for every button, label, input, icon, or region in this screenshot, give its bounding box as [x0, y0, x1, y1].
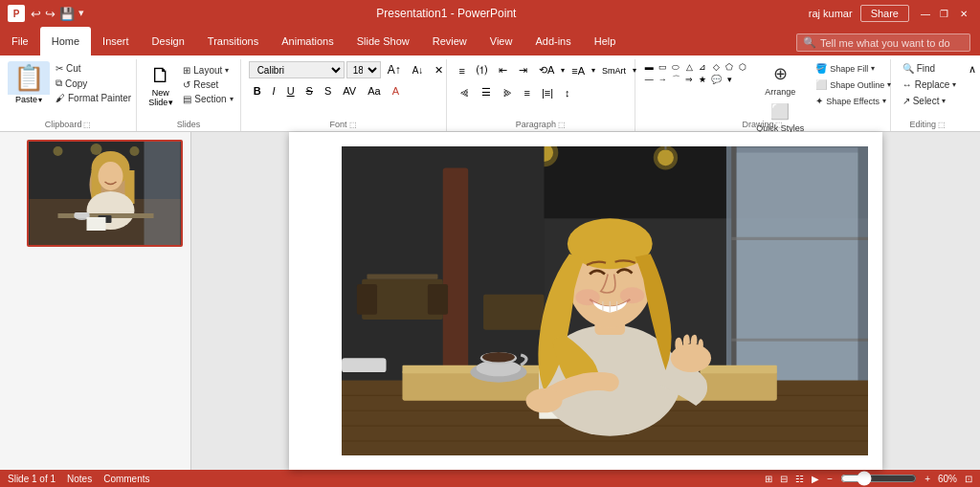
shape-tri[interactable]: △	[683, 61, 695, 73]
select-button[interactable]: ↗ Select ▾	[899, 94, 950, 108]
drawing-expand-icon[interactable]: ⬚	[775, 121, 783, 129]
shape-hex[interactable]: ⬡	[737, 61, 748, 73]
paragraph-expand-icon[interactable]: ⬚	[558, 121, 566, 129]
view-presenter-icon[interactable]: ▶	[812, 474, 819, 484]
align-right-button[interactable]: ⫸	[498, 85, 518, 100]
comments-button[interactable]: Comments	[103, 474, 149, 484]
slide-thumbnail[interactable]	[27, 140, 183, 247]
tab-transitions[interactable]: Transitions	[196, 27, 270, 55]
new-slide-button[interactable]: 🗋 New Slide ▾	[145, 61, 177, 109]
paste-button[interactable]: 📋 Paste ▾	[8, 61, 50, 104]
maximize-button[interactable]: ❐	[936, 5, 953, 22]
editing-expand-icon[interactable]: ⬚	[938, 121, 946, 129]
customize-icon[interactable]: ▾	[78, 7, 84, 21]
tab-review[interactable]: Review	[421, 27, 479, 55]
shape-pent[interactable]: ⬠	[724, 61, 735, 73]
new-slide-dropdown-icon[interactable]: ▾	[168, 98, 173, 107]
text-direction-button[interactable]: ⟲A	[534, 62, 559, 78]
arrange-button[interactable]: ⊕ Arrange	[761, 61, 799, 99]
notes-button[interactable]: Notes	[67, 474, 92, 484]
shape-connector[interactable]: ⌒	[670, 74, 681, 85]
align-text-button[interactable]: ≡A	[567, 63, 590, 78]
font-name-select[interactable]: Calibri	[249, 61, 345, 78]
minimize-button[interactable]: —	[917, 5, 934, 22]
font-color-button[interactable]: A	[388, 83, 404, 99]
quick-styles-button[interactable]: ⬜ Quick Styles	[752, 100, 808, 135]
ribbon-search-box[interactable]: 🔍	[796, 33, 970, 52]
justify-button[interactable]: ≡	[520, 85, 535, 100]
shape-oval[interactable]: ⬭	[670, 61, 681, 73]
view-normal-icon[interactable]: ⊞	[765, 474, 772, 484]
bullets-button[interactable]: ≡	[455, 63, 470, 78]
font-expand-icon[interactable]: ⬚	[349, 121, 357, 129]
clipboard-expand-icon[interactable]: ⬚	[83, 121, 91, 129]
collapse-ribbon-button[interactable]: ∧	[965, 59, 980, 79]
tab-design[interactable]: Design	[141, 27, 196, 55]
increase-indent-button[interactable]: ⇥	[514, 62, 532, 78]
font-size-select[interactable]: 18	[346, 61, 381, 78]
numbering-button[interactable]: ⑴	[472, 61, 492, 79]
clear-formatting-button[interactable]: ✕	[430, 62, 448, 78]
strikethrough-button[interactable]: S	[301, 83, 318, 99]
shape-rt[interactable]: ⊿	[697, 61, 708, 73]
change-case-button[interactable]: Aa	[363, 83, 385, 99]
shape-line[interactable]: —	[643, 74, 655, 85]
zoom-out-icon[interactable]: −	[827, 474, 833, 484]
view-reading-icon[interactable]: ☷	[795, 474, 804, 484]
bold-button[interactable]: B	[249, 83, 266, 99]
align-left-button[interactable]: ⫷	[455, 85, 475, 100]
fit-slide-button[interactable]: ⊡	[965, 474, 972, 484]
shape-rect[interactable]: ▬	[643, 61, 655, 73]
tab-view[interactable]: View	[479, 27, 524, 55]
cut-button[interactable]: ✂ Cut	[52, 61, 135, 76]
slide-item-1[interactable]: 1	[8, 140, 183, 247]
copy-button[interactable]: ⧉ Copy	[52, 76, 135, 91]
zoom-in-icon[interactable]: +	[924, 474, 930, 484]
line-spacing-button[interactable]: ↕	[560, 85, 575, 100]
tab-file[interactable]: File	[0, 27, 40, 55]
underline-button[interactable]: U	[282, 83, 300, 99]
layout-button[interactable]: ⊞ Layout ▾	[179, 63, 236, 77]
char-spacing-button[interactable]: AV	[338, 83, 361, 99]
convert-smartart-button[interactable]: SmArt	[597, 64, 631, 77]
reset-button[interactable]: ↺ Reset	[179, 77, 236, 92]
align-text-dropdown[interactable]: ▾	[591, 66, 595, 75]
search-input[interactable]	[820, 37, 964, 49]
tab-home[interactable]: Home	[40, 27, 91, 55]
share-button[interactable]: Share	[860, 5, 909, 22]
shape-block-arrow[interactable]: ⇒	[683, 74, 695, 85]
italic-button[interactable]: I	[268, 83, 280, 99]
tab-slideshow[interactable]: Slide Show	[345, 27, 421, 55]
shape-effects-button[interactable]: ✦ Shape Effects ▾	[812, 94, 895, 108]
save-icon[interactable]: 💾	[59, 7, 75, 21]
tab-animations[interactable]: Animations	[270, 27, 345, 55]
zoom-slider[interactable]	[840, 471, 917, 486]
format-painter-button[interactable]: 🖌 Format Painter	[52, 91, 135, 105]
slide-content[interactable]	[289, 132, 882, 470]
shape-rounded[interactable]: ▭	[657, 61, 668, 73]
decrease-indent-button[interactable]: ⇤	[494, 62, 512, 78]
tab-addins[interactable]: Add-ins	[523, 27, 582, 55]
tab-insert[interactable]: Insert	[91, 27, 141, 55]
shape-star[interactable]: ★	[697, 74, 708, 85]
text-shadow-button[interactable]: S	[320, 83, 336, 99]
undo-icon[interactable]: ↩	[31, 7, 41, 21]
font-increase-button[interactable]: A↑	[383, 61, 406, 78]
paste-dropdown-icon[interactable]: ▾	[38, 96, 42, 104]
section-button[interactable]: ▤ Section ▾	[179, 92, 236, 106]
shape-fill-button[interactable]: 🪣 Shape Fill ▾	[812, 61, 895, 76]
shape-outline-button[interactable]: ⬜ Shape Outline ▾	[812, 77, 895, 92]
font-decrease-button[interactable]: A↓	[408, 63, 429, 77]
view-slide-sorter-icon[interactable]: ⊟	[780, 474, 788, 484]
shape-callout[interactable]: 💬	[710, 74, 722, 85]
shape-dia[interactable]: ◇	[710, 61, 722, 73]
tab-help[interactable]: Help	[583, 27, 628, 55]
center-button[interactable]: ☰	[477, 84, 496, 100]
redo-icon[interactable]: ↪	[45, 7, 56, 21]
shape-arrow[interactable]: →	[657, 74, 668, 85]
text-direction-dropdown[interactable]: ▾	[561, 66, 565, 75]
close-button[interactable]: ✕	[955, 5, 972, 22]
col-button[interactable]: |≡|	[537, 85, 558, 100]
shape-more[interactable]: ▾	[724, 74, 735, 85]
find-button[interactable]: 🔍 Find	[899, 61, 939, 76]
